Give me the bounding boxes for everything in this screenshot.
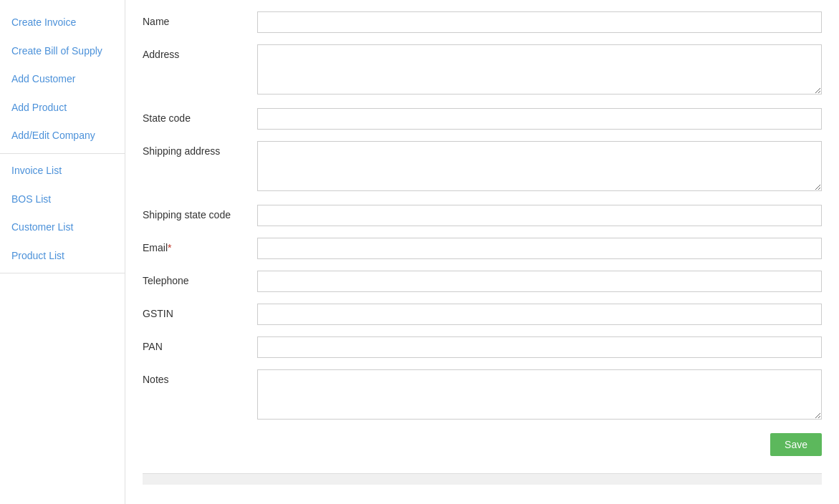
form-row-gstin: GSTIN — [143, 304, 822, 325]
input-shipping-address-wrapper — [257, 141, 822, 193]
form-row-notes: Notes — [143, 369, 822, 422]
save-button[interactable]: Save — [770, 433, 822, 456]
sidebar-group-lists: Invoice List BOS List Customer List Prod… — [0, 154, 125, 273]
sidebar-item-create-bill-of-supply[interactable]: Create Bill of Supply — [0, 37, 125, 66]
input-pan-wrapper — [257, 336, 822, 358]
email-input[interactable] — [257, 238, 822, 259]
form-row-address: Address — [143, 44, 822, 97]
sidebar: Create Invoice Create Bill of Supply Add… — [0, 0, 125, 504]
label-email: Email* — [143, 238, 257, 253]
label-state-code: State code — [143, 108, 257, 124]
telephone-input[interactable] — [257, 271, 822, 292]
input-state-code-wrapper — [257, 108, 822, 130]
address-input[interactable] — [257, 44, 822, 94]
input-shipping-state-code-wrapper — [257, 205, 822, 226]
label-pan: PAN — [143, 336, 257, 352]
sidebar-item-add-customer[interactable]: Add Customer — [0, 65, 125, 94]
sidebar-item-product-list[interactable]: Product List — [0, 242, 125, 271]
input-name-wrapper — [257, 11, 822, 33]
sidebar-item-create-invoice[interactable]: Create Invoice — [0, 9, 125, 37]
notes-input[interactable] — [257, 369, 822, 420]
sidebar-item-customer-list[interactable]: Customer List — [0, 213, 125, 242]
input-email-wrapper — [257, 238, 822, 259]
input-telephone-wrapper — [257, 271, 822, 292]
sidebar-item-add-edit-company[interactable]: Add/Edit Company — [0, 122, 125, 150]
label-name: Name — [143, 11, 257, 27]
form-row-email: Email* — [143, 238, 822, 259]
form-row-telephone: Telephone — [143, 271, 822, 292]
bottom-bar — [143, 473, 822, 485]
gstin-input[interactable] — [257, 304, 822, 325]
label-gstin: GSTIN — [143, 304, 257, 319]
state-code-input[interactable] — [257, 108, 822, 130]
input-gstin-wrapper — [257, 304, 822, 325]
shipping-address-input[interactable] — [257, 141, 822, 191]
label-notes: Notes — [143, 369, 257, 385]
form-row-pan: PAN — [143, 336, 822, 358]
sidebar-item-invoice-list[interactable]: Invoice List — [0, 157, 125, 185]
input-notes-wrapper — [257, 369, 822, 422]
label-telephone: Telephone — [143, 271, 257, 286]
email-required-marker: * — [168, 242, 171, 253]
form-actions: Save — [143, 433, 822, 467]
form-row-name: Name — [143, 11, 822, 33]
name-input[interactable] — [257, 11, 822, 33]
pan-input[interactable] — [257, 336, 822, 358]
label-shipping-state-code: Shipping state code — [143, 205, 257, 220]
shipping-state-code-input[interactable] — [257, 205, 822, 226]
sidebar-item-bos-list[interactable]: BOS List — [0, 185, 125, 214]
form-row-shipping-state-code: Shipping state code — [143, 205, 822, 226]
sidebar-group-actions: Create Invoice Create Bill of Supply Add… — [0, 6, 125, 154]
form-row-shipping-address: Shipping address — [143, 141, 822, 193]
sidebar-item-add-product[interactable]: Add Product — [0, 94, 125, 122]
form-row-state-code: State code — [143, 108, 822, 130]
main-content: Name Address State code Shipping address — [125, 0, 839, 504]
label-shipping-address: Shipping address — [143, 141, 257, 157]
label-address: Address — [143, 44, 257, 60]
input-address-wrapper — [257, 44, 822, 97]
